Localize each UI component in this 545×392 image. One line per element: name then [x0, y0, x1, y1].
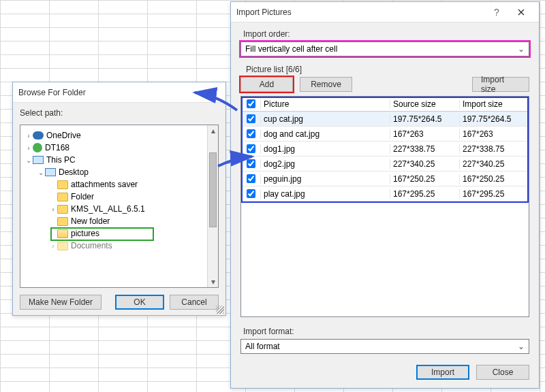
add-button[interactable]: Add [240, 77, 293, 92]
cell-import-size: 167*263 [459, 129, 529, 139]
row-checkbox[interactable] [247, 129, 255, 138]
table-row[interactable]: play cat.jpg167*295.25167*295.25 [241, 186, 529, 201]
chevron-down-icon[interactable]: ⌄ [25, 157, 33, 164]
cell-source-size: 197.75*264.5 [390, 114, 459, 124]
row-checkbox[interactable] [247, 174, 255, 183]
tree-label: DT168 [45, 143, 69, 152]
row-checkbox[interactable] [247, 144, 255, 153]
resize-grip-icon[interactable] [216, 306, 224, 314]
cell-picture: peguin.jpg [260, 174, 390, 184]
browse-titlebar: Browse For Folder [13, 82, 225, 103]
folder-icon [57, 205, 68, 214]
tree-label: KMS_VL_ALL_6.5.1 [71, 204, 145, 214]
scroll-up-icon[interactable]: ▴ [208, 125, 218, 136]
tree-node-documents[interactable]: › Documents [22, 240, 217, 252]
row-checkbox[interactable] [247, 189, 255, 198]
cell-import-size: 167*295.25 [459, 189, 529, 199]
import-format-select[interactable]: All format ⌄ [240, 339, 529, 354]
cell-source-size: 227*340.25 [390, 159, 459, 169]
tree-label: This PC [46, 155, 76, 165]
cell-picture: cup cat.jpg [260, 114, 390, 124]
select-path-label: Select path: [20, 108, 219, 118]
cell-picture: dog and cat.jpg [260, 129, 390, 139]
table-header: Picture Source size Import size [241, 97, 529, 112]
folder-tree[interactable]: › OneDrive › DT168 ⌄ This PC ⌄ Desktop [20, 125, 219, 288]
tree-node-attachments[interactable]: attachments saver [22, 178, 217, 191]
scroll-thumb[interactable] [209, 152, 217, 227]
cell-picture: dog1.jpg [260, 144, 390, 154]
user-icon [33, 143, 42, 152]
import-titlebar: Import Pictures ? [231, 2, 539, 22]
chevron-down-icon[interactable]: ⌄ [37, 169, 45, 176]
folder-icon [57, 193, 68, 201]
desktop-icon [45, 168, 56, 176]
help-icon[interactable]: ? [484, 3, 509, 22]
tree-label: Desktop [59, 167, 89, 177]
import-pictures-dialog: Import Pictures ? Import order: Fill ver… [230, 1, 540, 389]
import-title: Import Pictures [236, 7, 484, 17]
tree-label: attachments saver [71, 180, 138, 189]
cell-picture: play cat.jpg [260, 189, 390, 199]
folder-icon [57, 242, 68, 250]
tree-label: New folder [71, 216, 110, 226]
cell-import-size: 227*338.75 [459, 144, 529, 154]
chevron-down-icon[interactable]: ⌄ [515, 43, 527, 55]
chevron-right-icon[interactable]: › [25, 144, 33, 152]
table-row[interactable]: dog and cat.jpg167*263167*263 [241, 127, 529, 142]
header-import-size[interactable]: Import size [459, 99, 529, 109]
chevron-down-icon[interactable]: ⌄ [515, 340, 527, 353]
import-size-button[interactable]: Import size [472, 77, 529, 92]
import-format-value: All format [245, 342, 280, 351]
close-icon[interactable] [196, 83, 220, 102]
cell-import-size: 227*340.25 [459, 159, 529, 169]
tree-scrollbar[interactable]: ▴ ▾ [207, 125, 218, 287]
picture-table: Picture Source size Import size cup cat.… [240, 96, 529, 317]
tree-label: OneDrive [46, 131, 81, 140]
cell-source-size: 227*338.75 [390, 144, 459, 154]
table-row[interactable]: dog2.jpg227*340.25227*340.25 [241, 157, 529, 172]
header-source-size[interactable]: Source size [390, 99, 459, 109]
tree-node-onedrive[interactable]: › OneDrive [22, 129, 217, 142]
tree-node-desktop[interactable]: ⌄ Desktop [22, 166, 217, 178]
row-checkbox[interactable] [247, 159, 255, 168]
onedrive-icon [33, 131, 44, 140]
ok-button[interactable]: OK [115, 295, 164, 310]
scroll-down-icon[interactable]: ▾ [208, 276, 218, 287]
table-row[interactable]: dog1.jpg227*338.75227*338.75 [241, 142, 529, 157]
folder-icon [57, 229, 68, 238]
picture-list-label: Picture list [6/6] [243, 65, 529, 74]
cell-source-size: 167*263 [390, 129, 459, 139]
tree-node-folder[interactable]: Folder [22, 191, 217, 203]
make-new-folder-button[interactable]: Make New Folder [20, 295, 102, 310]
tree-node-kms[interactable]: › KMS_VL_ALL_6.5.1 [22, 203, 217, 215]
tree-node-dt168[interactable]: › DT168 [22, 142, 217, 154]
chevron-right-icon[interactable]: › [25, 132, 33, 140]
tree-node-newfolder[interactable]: New folder [22, 215, 217, 227]
cell-picture: dog2.jpg [260, 159, 390, 169]
tree-node-pictures[interactable]: pictures [22, 227, 217, 240]
import-button[interactable]: Import [416, 365, 469, 380]
tree-label: Folder [71, 192, 94, 201]
cell-import-size: 197.75*264.5 [459, 114, 529, 124]
remove-button[interactable]: Remove [300, 77, 352, 92]
close-button[interactable]: Close [476, 365, 529, 380]
tree-label: Documents [71, 241, 112, 250]
chevron-right-icon[interactable]: › [49, 242, 57, 250]
close-icon[interactable] [509, 3, 533, 22]
import-order-select[interactable]: Fill vertically cell after cell ⌄ [240, 42, 529, 56]
pc-icon [33, 156, 44, 164]
tree-node-thispc[interactable]: ⌄ This PC [22, 154, 217, 166]
folder-icon [57, 217, 68, 226]
table-row[interactable]: cup cat.jpg197.75*264.5197.75*264.5 [241, 112, 529, 127]
select-all-checkbox[interactable] [247, 99, 255, 108]
header-picture[interactable]: Picture [260, 99, 390, 109]
cell-source-size: 167*295.25 [390, 189, 459, 199]
cell-source-size: 167*250.25 [390, 174, 459, 184]
cancel-button[interactable]: Cancel [170, 295, 219, 310]
tree-label: pictures [71, 229, 99, 238]
row-checkbox[interactable] [247, 114, 255, 123]
chevron-right-icon[interactable]: › [49, 206, 57, 213]
table-row[interactable]: peguin.jpg167*250.25167*250.25 [241, 172, 529, 186]
browse-folder-dialog: Browse For Folder Select path: › OneDriv… [12, 82, 226, 316]
import-order-label: Import order: [240, 29, 529, 39]
